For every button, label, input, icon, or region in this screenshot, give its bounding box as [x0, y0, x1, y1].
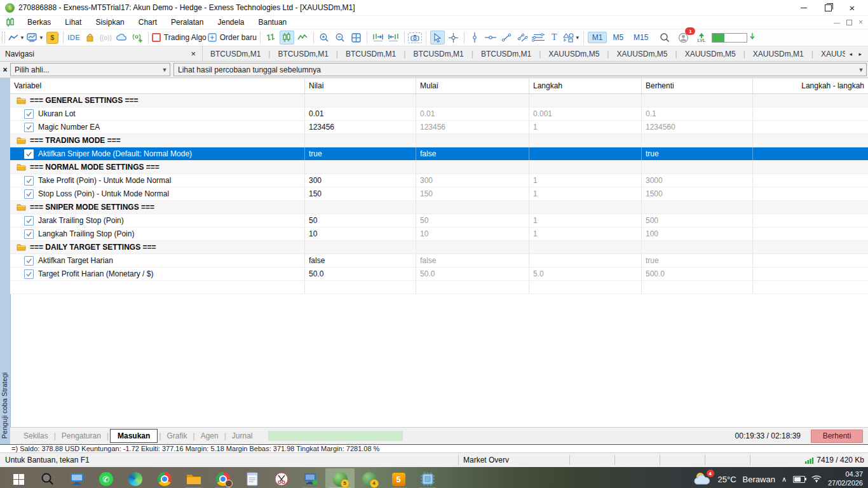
- nilai-cell[interactable]: 50: [305, 214, 416, 227]
- child-restore-icon[interactable]: [846, 20, 852, 25]
- trendline-tool[interactable]: [499, 30, 514, 44]
- wifi-icon[interactable]: [811, 475, 822, 484]
- timeframe-m1[interactable]: M1: [588, 32, 607, 43]
- param-checkbox[interactable]: [24, 216, 34, 226]
- langkah-cell[interactable]: 1: [529, 121, 642, 133]
- menu-sisipkan[interactable]: Sisipkan: [88, 18, 131, 27]
- tester-tab-jurnal[interactable]: Jurnal: [226, 431, 259, 440]
- param-row[interactable]: Ukuran Lot0.010.010.0010.1: [10, 107, 868, 121]
- strategy-tester-side-tab[interactable]: Penguji coba Strategi: [0, 78, 11, 444]
- snipping-tool-icon[interactable]: [267, 468, 296, 488]
- param-checkbox[interactable]: [24, 149, 34, 159]
- mulai-cell[interactable]: false: [416, 147, 529, 160]
- start-button[interactable]: [4, 468, 33, 488]
- signals-button[interactable]: ((o)): [98, 30, 113, 44]
- chart-tab-btcusdm-m1[interactable]: BTCUSDm,M1: [473, 50, 539, 58]
- param-row[interactable]: Magic Number EA12345612345611234560: [10, 121, 868, 134]
- param-checkbox[interactable]: [24, 189, 34, 199]
- param-row[interactable]: Langkah Trailing Stop (Poin)10101100: [10, 227, 868, 241]
- chip-app-icon[interactable]: [413, 468, 442, 488]
- menu-berkas[interactable]: Berkas: [20, 18, 58, 27]
- param-row[interactable]: Aktifkan Sniper Mode (Default: Normal Mo…: [10, 147, 868, 161]
- remote-desktop-icon[interactable]: [62, 468, 92, 488]
- weather-temp[interactable]: 25°C: [718, 475, 736, 484]
- nilai-cell[interactable]: 10: [305, 227, 416, 240]
- horizontal-line-tool[interactable]: [484, 30, 498, 44]
- param-row[interactable]: Target Profit Harian (Monetary / $)50.05…: [10, 268, 868, 281]
- langkah-cell[interactable]: 1: [529, 214, 642, 227]
- berhenti-cell[interactable]: 500.0: [642, 268, 753, 280]
- taskbar-search-icon[interactable]: [33, 468, 62, 488]
- tray-expand-icon[interactable]: ∧: [782, 475, 787, 484]
- berhenti-cell[interactable]: 100: [642, 227, 753, 240]
- weather-icon[interactable]: 4: [693, 471, 712, 487]
- param-checkbox[interactable]: [24, 229, 34, 239]
- mulai-cell[interactable]: 300: [416, 174, 529, 187]
- cloud-button[interactable]: [114, 30, 129, 44]
- bar-chart-type-button[interactable]: [264, 30, 278, 44]
- mulai-cell[interactable]: false: [416, 254, 529, 267]
- param-checkbox[interactable]: [24, 256, 34, 266]
- group-row[interactable]: === NORMAL MODE SETTINGS ===: [10, 161, 868, 174]
- notepad-icon[interactable]: [238, 468, 267, 488]
- vertical-line-tool[interactable]: [468, 30, 482, 44]
- nilai-cell[interactable]: 123456: [305, 121, 416, 133]
- param-checkbox[interactable]: [24, 176, 34, 186]
- group-row[interactable]: === DAILY TARGET SETTINGS ===: [10, 241, 868, 254]
- minimize-button[interactable]: [792, 1, 816, 15]
- child-close-icon[interactable]: ×: [858, 18, 863, 27]
- berhenti-cell[interactable]: 3000: [642, 174, 753, 187]
- mulai-cell[interactable]: 50.0: [416, 268, 529, 280]
- nilai-cell[interactable]: 150: [305, 187, 416, 200]
- screenshot-button[interactable]: [408, 30, 423, 44]
- file-explorer-icon[interactable]: [179, 468, 208, 488]
- chart-tab-xauusdm-m5[interactable]: XAUUSDm,M5: [541, 50, 607, 58]
- candlestick-type-button[interactable]: [280, 30, 294, 44]
- menu-lihat[interactable]: Lihat: [58, 18, 88, 27]
- copy-trading-icon[interactable]: [130, 30, 145, 44]
- channel-tool[interactable]: [515, 30, 530, 44]
- metaeditor-icon[interactable]: 5: [384, 468, 413, 488]
- langkah-cell[interactable]: [529, 147, 642, 160]
- battery-icon[interactable]: [793, 476, 805, 483]
- market-watch-button[interactable]: ▼: [26, 30, 44, 44]
- mulai-cell[interactable]: 150: [416, 187, 529, 200]
- column-header-mulai[interactable]: Mulai: [416, 78, 529, 93]
- berhenti-cell[interactable]: 0.1: [642, 107, 753, 120]
- chart-tab-xauusdm-m5[interactable]: XAUUSDm,M5: [609, 50, 675, 58]
- new-chart-button[interactable]: ▼: [8, 30, 25, 44]
- edge-icon[interactable]: [121, 468, 150, 488]
- menu-jendela[interactable]: Jendela: [210, 18, 251, 27]
- mulai-cell[interactable]: 10: [416, 227, 529, 240]
- langkah-cell[interactable]: 1: [529, 227, 642, 240]
- menu-chart[interactable]: Chart: [132, 18, 164, 27]
- langkah-cell[interactable]: 1: [529, 174, 642, 187]
- nilai-cell[interactable]: false: [305, 254, 416, 267]
- column-header-langkah-langkah[interactable]: Langkah - langkah: [753, 78, 868, 93]
- param-row[interactable]: Stop Loss (Poin) - Untuk Mode Normal1501…: [10, 187, 868, 201]
- text-tool[interactable]: T: [547, 30, 562, 44]
- cursor-tool-button[interactable]: [430, 30, 445, 44]
- equidistant-lines-tool[interactable]: [531, 30, 546, 44]
- chart-tab-xauusdm-m1[interactable]: XAUUSDm,M1: [745, 50, 811, 58]
- search-icon[interactable]: [657, 30, 672, 44]
- langkah-cell[interactable]: [529, 254, 642, 267]
- tester-tab-pengaturan[interactable]: Pengaturan: [56, 431, 107, 440]
- close-button[interactable]: ×: [840, 1, 864, 15]
- clock[interactable]: 04.37 27/02/2026: [828, 470, 863, 488]
- chart-tab-xauusdm-m1[interactable]: XAUUSDm,M1: [813, 50, 846, 58]
- tab-scroll-arrows[interactable]: ◂ ▸: [845, 51, 868, 57]
- column-header-variabel[interactable]: Variabel: [10, 78, 305, 93]
- timeframe-m5[interactable]: M5: [608, 32, 628, 43]
- child-minimize-icon[interactable]: —: [834, 19, 840, 26]
- berhenti-cell[interactable]: true: [642, 147, 753, 160]
- weather-condition[interactable]: Berawan: [743, 475, 775, 484]
- mt5-terminal-icon[interactable]: 5: [325, 468, 355, 488]
- chrome-profile-icon[interactable]: [208, 468, 238, 488]
- langkah-cell[interactable]: 0.001: [529, 107, 642, 120]
- chart-tab-btcusdm-m1[interactable]: BTCUSDm,M1: [405, 50, 471, 58]
- berhenti-cell[interactable]: 1234560: [642, 121, 753, 133]
- langkah-cell[interactable]: 1: [529, 187, 642, 200]
- group-row[interactable]: === SNIPER MODE SETTINGS ===: [10, 201, 868, 214]
- zoom-out-button[interactable]: [333, 30, 348, 44]
